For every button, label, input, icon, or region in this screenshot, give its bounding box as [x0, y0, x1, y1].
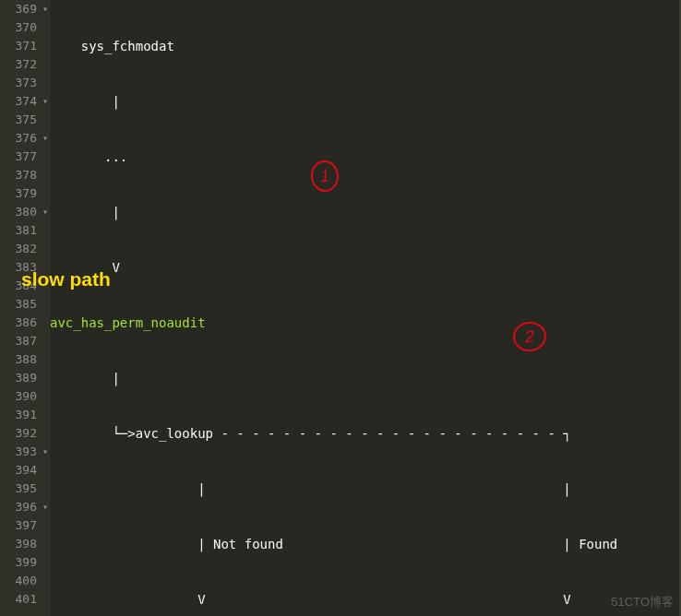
line-number: 387: [0, 332, 37, 350]
line-number: 376: [0, 129, 37, 148]
line-number-gutter: 3693703713723733743753763773783793803813…: [0, 0, 50, 616]
line-number: 370: [0, 18, 37, 37]
line-number: 392: [0, 424, 37, 443]
line-number: 397: [0, 516, 37, 535]
code-line: |: [50, 205, 120, 219]
line-number: 401: [0, 590, 37, 609]
line-number: 386: [0, 314, 37, 332]
code-line: | Not found | Found: [50, 537, 617, 551]
watermark: 51CTO博客: [611, 594, 674, 610]
line-number: 377: [0, 148, 37, 166]
code-line: V V: [50, 592, 571, 607]
line-number: 369: [0, 0, 37, 18]
line-number: 393: [0, 443, 37, 461]
line-number: 381: [0, 221, 37, 240]
code-line: |: [50, 371, 120, 385]
function-name: avc_has_perm_noaudit: [50, 315, 206, 330]
line-number: 374: [0, 92, 37, 111]
line-number: 390: [0, 387, 37, 406]
line-number: 389: [0, 369, 37, 387]
line-number: 372: [0, 55, 37, 74]
line-number: 388: [0, 350, 37, 369]
code-line: └─>avc_lookup - - - - - - - - - - - - - …: [50, 426, 571, 441]
line-number: 371: [0, 37, 37, 55]
code-line: ...: [50, 149, 127, 164]
line-number: 394: [0, 461, 37, 480]
code-line: | |: [50, 481, 571, 496]
line-number: 399: [0, 553, 37, 572]
line-number: 375: [0, 111, 37, 129]
line-number: 400: [0, 572, 37, 590]
line-number: 385: [0, 295, 37, 314]
line-number: 373: [0, 74, 37, 92]
line-number: 379: [0, 184, 37, 203]
line-number: 380: [0, 203, 37, 221]
line-number: 378: [0, 166, 37, 184]
line-number: 382: [0, 240, 37, 258]
line-number: 395: [0, 480, 37, 498]
annotation-slow-path: slow path: [21, 268, 111, 290]
code-area[interactable]: sys_fchmodat | ... | V avc_has_perm_noau…: [50, 0, 681, 616]
line-number: 391: [0, 406, 37, 424]
line-number: 396: [0, 498, 37, 516]
code-editor: 3693703713723733743753763773783793803813…: [0, 0, 681, 616]
code-line: |: [50, 94, 120, 109]
code-line: sys_fchmodat: [50, 39, 174, 53]
line-number: 398: [0, 535, 37, 553]
